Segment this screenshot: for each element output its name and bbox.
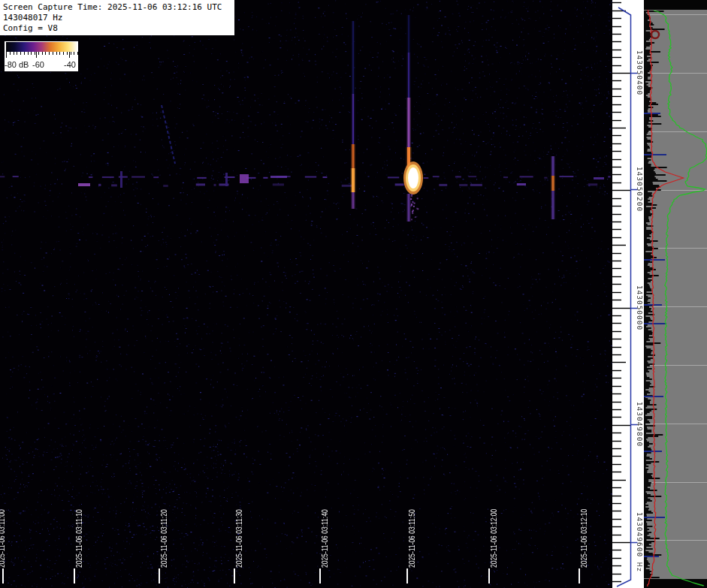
freq-tick-label: 143050400 (636, 50, 644, 95)
config-text: Config = V8 (3, 23, 231, 34)
freq-tick-label: 143050200 (636, 167, 644, 212)
freq-tick-label: 143049800 (636, 402, 644, 447)
intensity-colorbar: -80 dB -60 -40 (5, 41, 78, 71)
colorbar-label-40db: -40 (64, 60, 76, 69)
colorbar-label-80db: -80 dB (5, 60, 29, 69)
freq-tick-label: 143049600 Hz (636, 512, 644, 573)
waterfall-spectrogram (0, 0, 612, 588)
info-box: Screen Capture Time: 2025-11-06 03:12:16… (0, 0, 234, 35)
colorbar-gradient (6, 42, 77, 52)
frequency-text: 143048017 Hz (3, 13, 231, 23)
app-window: 2025-11-06 03:11:002025-11-06 03:11:1020… (0, 0, 707, 588)
colorbar-label-60db: -60 (32, 60, 44, 69)
freq-tick-label: 143050000 (636, 285, 644, 330)
spectrum-side-panel (644, 0, 707, 588)
colorbar-ticks (5, 52, 78, 60)
capture-time-text: Screen Capture Time: 2025-11-06 03:12:16… (3, 2, 231, 13)
frequency-axis: 1430504001430502001430500001430498001430… (612, 0, 644, 588)
